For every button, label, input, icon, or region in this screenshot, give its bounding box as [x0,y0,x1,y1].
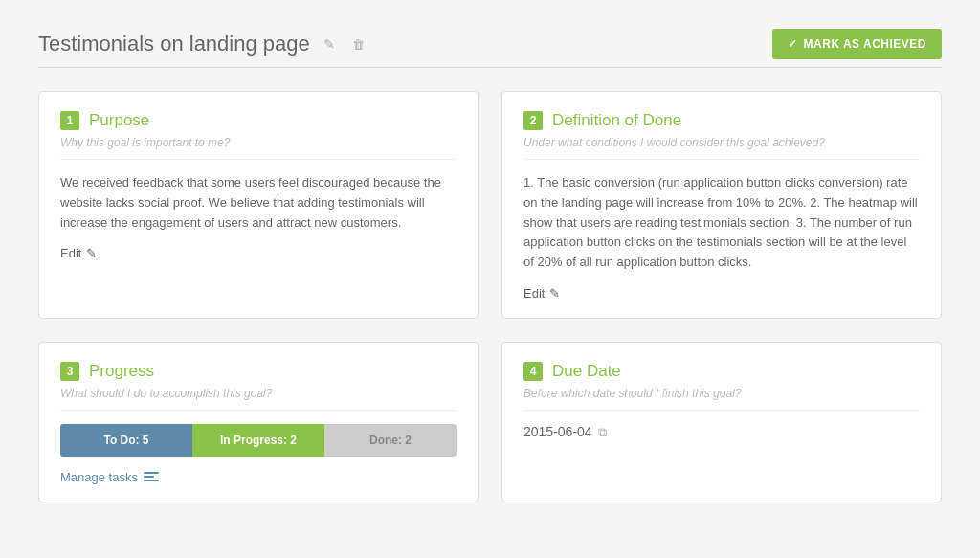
progress-bar: To Do: 5 In Progress: 2 Done: 2 [60,424,457,457]
duedate-value: 2015-06-04 [523,424,592,439]
manage-tasks-label: Manage tasks [60,470,138,484]
page-wrapper: Testimonials on landing page MARK AS ACH… [0,0,980,558]
progress-subtitle: What should I do to accomplish this goal… [60,387,457,400]
purpose-title: Purpose [89,111,149,130]
definition-card: 2 Definition of Done Under what conditio… [501,91,942,319]
definition-edit-label: Edit [523,286,545,301]
purpose-number: 1 [60,111,79,130]
progress-card-header: 3 Progress [60,362,457,381]
cards-grid: 1 Purpose Why this goal is important to … [38,91,942,502]
edit-title-button[interactable] [320,34,339,54]
list-icon [144,472,159,481]
purpose-card: 1 Purpose Why this goal is important to … [38,91,479,319]
duedate-divider [523,410,920,411]
check-icon [788,37,798,51]
page-title-area: Testimonials on landing page [38,32,368,56]
definition-divider [523,159,920,160]
definition-body: 1. The basic conversion (run application… [523,173,920,273]
duedate-subtitle: Before which date should I finish this g… [523,387,920,400]
duedate-edit-icon[interactable] [598,424,607,440]
purpose-edit-label: Edit [60,246,81,260]
purpose-edit-icon [86,246,97,260]
duedate-title: Due Date [552,362,621,381]
mark-achieved-button[interactable]: MARK AS ACHIEVED [772,29,942,59]
header-divider [38,67,942,68]
definition-edit-icon [549,286,560,301]
progress-divider [60,410,457,411]
purpose-edit-button[interactable]: Edit [60,246,97,260]
manage-tasks-link[interactable]: Manage tasks [60,470,457,484]
purpose-card-header: 1 Purpose [60,111,457,130]
todo-segment: To Do: 5 [60,424,192,457]
duedate-number: 4 [523,362,543,381]
definition-subtitle: Under what conditions I would consider t… [523,136,920,149]
duedate-value-container: 2015-06-04 [523,424,920,440]
mark-achieved-label: MARK AS ACHIEVED [804,37,926,51]
duedate-card-header: 4 Due Date [523,362,920,381]
purpose-body: We received feedback that some users fee… [60,173,457,233]
inprogress-segment: In Progress: 2 [192,424,324,457]
progress-card: 3 Progress What should I do to accomplis… [38,342,479,502]
purpose-divider [60,159,457,160]
progress-number: 3 [60,362,79,381]
duedate-card: 4 Due Date Before which date should I fi… [501,342,942,502]
page-header: Testimonials on landing page MARK AS ACH… [38,29,942,59]
page-title: Testimonials on landing page [38,32,310,56]
progress-title: Progress [89,362,154,381]
trash-icon [352,36,365,52]
purpose-subtitle: Why this goal is important to me? [60,136,457,149]
definition-edit-button[interactable]: Edit [523,286,560,301]
definition-number: 2 [523,111,543,130]
pencil-icon [323,36,335,52]
done-segment: Done: 2 [324,424,457,457]
delete-title-button[interactable] [348,34,368,54]
definition-title: Definition of Done [552,111,681,130]
definition-card-header: 2 Definition of Done [523,111,920,130]
